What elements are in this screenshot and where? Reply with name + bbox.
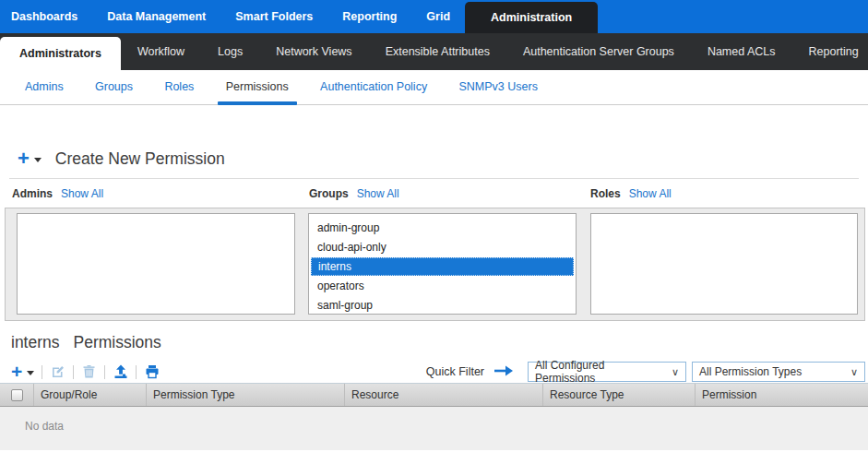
create-permission-title: Create New Permission xyxy=(55,149,225,169)
tab-network-views[interactable]: Network Views xyxy=(259,33,368,70)
column-header-resource[interactable]: Resource xyxy=(344,384,542,406)
toolbar-separator xyxy=(73,365,74,379)
print-icon[interactable] xyxy=(144,364,160,380)
select-all-cell xyxy=(0,384,33,406)
admins-listbox[interactable] xyxy=(17,213,295,315)
list-item-selected[interactable]: interns xyxy=(311,257,574,276)
groups-listbox[interactable]: admin-group cloud-api-only interns opera… xyxy=(308,213,577,315)
chevron-down-icon[interactable] xyxy=(34,158,42,162)
column-header-resource-type[interactable]: Resource Type xyxy=(542,384,695,406)
tab-named-acls[interactable]: Named ACLs xyxy=(691,33,792,70)
roles-panel-label: RolesShow All xyxy=(590,187,672,200)
tab-logs[interactable]: Logs xyxy=(201,33,259,70)
roles-label: Roles xyxy=(590,187,621,200)
permissions-heading-label: Permissions xyxy=(74,333,161,351)
arrow-right-icon[interactable] xyxy=(493,364,514,380)
upload-icon[interactable] xyxy=(113,364,128,380)
app-window: Dashboards Data Management Smart Folders… xyxy=(0,0,868,450)
chevron-down-icon: ∨ xyxy=(672,366,679,378)
groups-show-all-link[interactable]: Show All xyxy=(357,187,399,200)
quick-filter-label: Quick Filter xyxy=(426,365,484,378)
subtab-authentication-policy[interactable]: Authentication Policy xyxy=(320,70,427,104)
configured-permissions-value: All Configured Permissions xyxy=(535,359,664,385)
list-item[interactable]: admin-group xyxy=(311,219,574,237)
configured-permissions-select[interactable]: All Configured Permissions ∨ xyxy=(528,362,686,382)
nav-smart-folders[interactable]: Smart Folders xyxy=(220,0,327,33)
list-item[interactable]: operators xyxy=(311,277,574,295)
admins-panel-label: AdminsShow All xyxy=(12,187,103,200)
subtab-snmpv3-users[interactable]: SNMPv3 Users xyxy=(459,70,538,104)
toolbar-separator xyxy=(104,365,105,379)
tab-administrators[interactable]: Administrators xyxy=(0,37,121,70)
chevron-down-icon[interactable] xyxy=(27,371,34,375)
select-all-checkbox[interactable] xyxy=(11,389,23,401)
toolbar-separator xyxy=(136,365,137,379)
groups-panel-label: GroupsShow All xyxy=(309,187,399,200)
primary-nav: Dashboards Data Management Smart Folders… xyxy=(0,0,868,33)
subtab-permissions[interactable]: Permissions xyxy=(226,70,289,104)
permissions-toolbar: + Quick Filter All Configured Permission… xyxy=(0,361,868,384)
column-header-permission[interactable]: Permission xyxy=(695,384,868,406)
nav-data-management[interactable]: Data Management xyxy=(92,0,220,33)
edit-icon[interactable] xyxy=(50,364,65,380)
admins-label: Admins xyxy=(12,187,53,200)
permissions-table-header: Group/Role Permission Type Resource Reso… xyxy=(0,384,868,407)
subtab-groups[interactable]: Groups xyxy=(95,70,133,104)
nav-dashboards[interactable]: Dashboards xyxy=(0,0,92,33)
nav-reporting[interactable]: Reporting xyxy=(327,0,411,33)
column-header-permission-type[interactable]: Permission Type xyxy=(146,384,344,406)
roles-show-all-link[interactable]: Show All xyxy=(629,187,672,200)
roles-listbox[interactable] xyxy=(590,213,858,315)
list-item[interactable]: saml-group xyxy=(311,296,574,315)
list-item[interactable]: cloud-api-only xyxy=(311,238,574,256)
tab-workflow[interactable]: Workflow xyxy=(121,33,201,70)
toolbar-separator xyxy=(42,365,42,379)
subtab-admins[interactable]: Admins xyxy=(25,70,64,104)
administrators-subtabs: Admins Groups Roles Permissions Authenti… xyxy=(0,70,868,105)
selector-container: admin-group cloud-api-only interns opera… xyxy=(5,208,865,321)
groups-label: Groups xyxy=(309,187,349,200)
permission-types-value: All Permission Types xyxy=(699,365,802,378)
administration-nav: Administrators Workflow Logs Network Vie… xyxy=(0,33,868,70)
filter-controls: Quick Filter All Configured Permissions … xyxy=(426,362,865,382)
tab-reporting[interactable]: Reporting xyxy=(792,33,868,70)
tab-extensible-attributes[interactable]: Extensible Attributes xyxy=(369,33,506,70)
tab-authentication-server-groups[interactable]: Authentication Server Groups xyxy=(506,33,691,70)
create-permission-header: + Create New Permission xyxy=(0,147,868,171)
permission-types-select[interactable]: All Permission Types ∨ xyxy=(692,362,865,382)
add-permission-icon[interactable]: + xyxy=(11,363,22,380)
admins-show-all-link[interactable]: Show All xyxy=(61,187,103,200)
nav-administration[interactable]: Administration xyxy=(465,2,598,33)
add-icon[interactable]: + xyxy=(18,149,30,169)
empty-table-message: No data xyxy=(25,420,64,433)
permissions-heading: internsPermissions xyxy=(11,333,868,352)
delete-icon[interactable] xyxy=(81,364,97,380)
column-header-group-role[interactable]: Group/Role xyxy=(33,384,146,406)
permissions-table-body: No data xyxy=(0,407,868,450)
permission-selectors: AdminsShow All GroupsShow All RolesShow … xyxy=(0,179,868,321)
subtab-roles[interactable]: Roles xyxy=(164,70,194,104)
nav-grid[interactable]: Grid xyxy=(411,0,465,33)
selected-group-name: interns xyxy=(11,333,60,351)
chevron-down-icon: ∨ xyxy=(850,366,858,378)
